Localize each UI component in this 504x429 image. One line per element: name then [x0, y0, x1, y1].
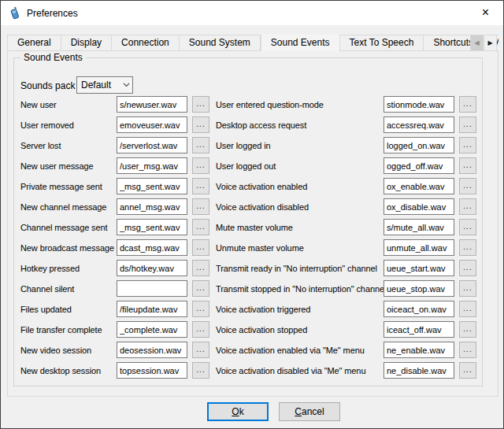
sounds-pack-select[interactable]: Default [76, 76, 133, 94]
sound-file-input[interactable] [384, 321, 454, 338]
titlebar: Preferences × [1, 1, 503, 25]
sound-file-input[interactable] [117, 116, 187, 133]
browse-button[interactable]: ... [192, 96, 209, 113]
sound-file-input[interactable] [384, 362, 454, 379]
sound-file-input[interactable] [384, 280, 454, 297]
sound-event-label: Mute master volume [216, 223, 293, 232]
sound-file-input[interactable] [384, 96, 454, 113]
sound-event-row: File transfer complete ... Voice activat… [14, 320, 482, 340]
sound-file-input[interactable] [384, 301, 454, 317]
sound-file-input[interactable] [117, 260, 187, 276]
browse-button[interactable]: ... [192, 342, 209, 358]
browse-button[interactable]: ... [459, 157, 476, 174]
sounds-pack-label: Sounds pack [20, 80, 75, 91]
sound-file-input[interactable] [384, 178, 454, 194]
app-icon [8, 6, 21, 20]
browse-button[interactable]: ... [459, 96, 476, 113]
window-title: Preferences [27, 8, 78, 19]
sound-event-label: Hotkey pressed [20, 264, 80, 273]
browse-button[interactable]: ... [192, 116, 209, 133]
sound-event-label: User removed [20, 120, 74, 130]
chevron-down-icon [120, 83, 132, 87]
browse-button[interactable]: ... [459, 280, 476, 297]
sound-file-input[interactable] [384, 219, 454, 235]
ok-button[interactable]: Ok [207, 402, 269, 421]
browse-button[interactable]: ... [192, 239, 209, 256]
tab-text-to-speech[interactable]: Text To Speech [340, 35, 424, 50]
sound-event-row: Channel silent ... Transmit stopped in "… [14, 279, 482, 299]
sound-event-row: Files updated ... Voice activation trigg… [14, 299, 482, 320]
browse-button[interactable]: ... [459, 321, 476, 338]
browse-button[interactable]: ... [192, 178, 209, 194]
browse-button[interactable]: ... [459, 137, 476, 153]
browse-button[interactable]: ... [459, 342, 476, 358]
sounds-pack-row: Sounds pack Default [14, 74, 482, 94]
sound-event-row: New channel message ... Voice activation… [14, 197, 482, 217]
browse-button[interactable]: ... [459, 219, 476, 235]
sound-event-label: New user message [20, 161, 94, 171]
browse-button[interactable]: ... [192, 137, 209, 153]
sound-event-label: Server lost [20, 141, 61, 150]
sound-event-label: New video session [20, 346, 91, 355]
cancel-button[interactable]: Cancel [279, 402, 340, 421]
sound-event-label: Channel message sent [20, 223, 108, 232]
sound-event-label: User entered question-mode [216, 100, 324, 109]
browse-button[interactable]: ... [192, 301, 209, 317]
sound-file-input[interactable] [117, 301, 187, 317]
sound-file-input[interactable] [117, 178, 187, 194]
sound-file-input[interactable] [384, 137, 454, 153]
tab-display[interactable]: Display [61, 35, 112, 50]
sound-event-label: Channel silent [20, 284, 74, 294]
browse-button[interactable]: ... [192, 157, 209, 174]
sound-event-label: File transfer complete [20, 325, 102, 335]
sound-event-label: Voice activation disabled via "Me" menu [216, 366, 365, 375]
sound-event-label: New broadcast message [20, 243, 114, 253]
browse-button[interactable]: ... [192, 362, 209, 379]
tab-general[interactable]: General [7, 35, 61, 50]
browse-button[interactable]: ... [459, 260, 476, 276]
sound-file-input[interactable] [384, 198, 454, 215]
sound-event-row: New user message ... User logged out ... [14, 156, 482, 176]
sound-event-label: User logged out [216, 161, 276, 171]
sound-event-row: Server lost ... User logged in ... [14, 135, 482, 156]
sound-file-input[interactable] [117, 198, 187, 215]
sound-file-input[interactable] [384, 157, 454, 174]
close-button[interactable]: × [468, 1, 503, 24]
tab-sound-system[interactable]: Sound System [180, 35, 261, 50]
sound-file-input[interactable] [117, 137, 187, 153]
sound-file-input[interactable] [117, 342, 187, 358]
sound-event-label: Desktop access request [216, 120, 306, 130]
sound-event-row: New user ... User entered question-mode … [14, 94, 482, 115]
browse-button[interactable]: ... [192, 280, 209, 297]
browse-button[interactable]: ... [459, 116, 476, 133]
tab-scroll-left-icon[interactable]: ◀ [470, 35, 484, 51]
browse-button[interactable]: ... [459, 198, 476, 215]
sound-event-label: Files updated [20, 305, 72, 314]
sound-file-input[interactable] [117, 321, 187, 338]
sound-file-input[interactable] [117, 239, 187, 256]
sound-file-input[interactable] [117, 96, 187, 113]
sound-file-input[interactable] [117, 280, 187, 297]
sound-event-label: New desktop session [20, 366, 101, 375]
sound-file-input[interactable] [117, 219, 187, 235]
sound-event-row: Private message sent ... Voice activatio… [14, 176, 482, 197]
browse-button[interactable]: ... [459, 301, 476, 317]
sound-event-row: Channel message sent ... Mute master vol… [14, 217, 482, 238]
sound-event-label: Private message sent [20, 182, 102, 191]
browse-button[interactable]: ... [192, 321, 209, 338]
browse-button[interactable]: ... [192, 219, 209, 235]
sound-file-input[interactable] [384, 116, 454, 133]
tab-connection[interactable]: Connection [112, 35, 180, 50]
sound-file-input[interactable] [117, 362, 187, 379]
browse-button[interactable]: ... [459, 239, 476, 256]
browse-button[interactable]: ... [192, 260, 209, 276]
sound-file-input[interactable] [384, 239, 454, 256]
browse-button[interactable]: ... [459, 362, 476, 379]
browse-button[interactable]: ... [459, 178, 476, 194]
sound-file-input[interactable] [117, 157, 187, 174]
tab-scroll-right-icon[interactable]: ▶ [484, 35, 497, 51]
browse-button[interactable]: ... [192, 198, 209, 215]
sound-file-input[interactable] [384, 260, 454, 276]
tab-sound-events[interactable]: Sound Events [261, 35, 340, 51]
sound-file-input[interactable] [384, 342, 454, 358]
